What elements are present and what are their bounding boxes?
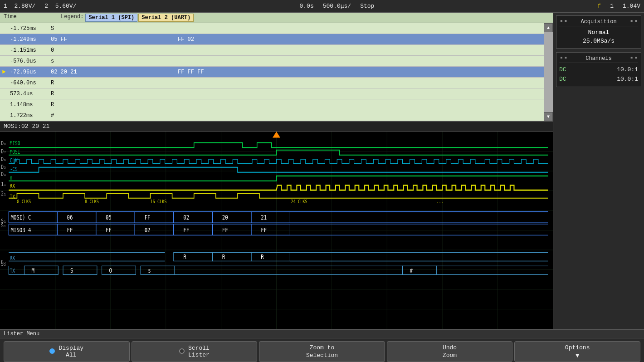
svg-text:O: O (109, 267, 112, 274)
ch-dots-left: ▪▪ (559, 55, 568, 62)
lister-row[interactable]: -1.151ms0 (0, 45, 544, 56)
lister-row[interactable]: 1.722ms# (0, 110, 544, 121)
svg-text:20: 20 (222, 214, 228, 221)
channels-section: ▪▪ Channels ▪▪ DC 10.0:1 DC 10.0:1 (556, 52, 641, 87)
ch2-ratio: 10.0:1 (617, 76, 638, 83)
row-spi-data: S (48, 25, 175, 32)
svg-text:#: # (410, 267, 413, 274)
row-spi-data: R (48, 102, 175, 108)
svg-text:n: n (10, 175, 12, 181)
row-spi-data: R (48, 80, 175, 86)
row-spi-data: R (48, 91, 175, 97)
row-time: 1.148ms (8, 102, 48, 108)
svg-text:R: R (222, 254, 225, 261)
ch1-coupling: DC (559, 66, 566, 73)
svg-text:24 CLKS: 24 CLKS (291, 199, 307, 204)
lister-row[interactable]: -640.0nsR (0, 78, 544, 88)
scroll-lister-line1: Scroll (188, 345, 210, 352)
legend-label: Legend: (61, 14, 83, 22)
display-all-radio (49, 348, 55, 354)
svg-text:MISO: MISO (10, 140, 20, 147)
svg-text:FF: FF (67, 226, 73, 234)
svg-text:S: S (70, 267, 73, 274)
row-time: 1.722ms (8, 113, 48, 119)
ch1-indicator: 1 2.80V/ (4, 3, 35, 10)
lister-row[interactable]: -1.725msS (0, 23, 544, 34)
bottom-buttons: Display All Scroll Lister Zoom to Select… (0, 338, 644, 362)
left-panel: Time Legend: Serial 1 (SPI) Serial 2 (UA… (0, 13, 553, 329)
lister-row[interactable]: 1.148msR (0, 99, 544, 110)
undo-zoom-button[interactable]: Undo Zoom (387, 341, 513, 362)
lister-menu-label: Lister Menu (0, 330, 644, 338)
channels-title: Channels (585, 55, 612, 62)
display-all-line2: All (66, 352, 76, 358)
acq-dots-left: ▪▪ (559, 19, 568, 25)
options-arrow: ▼ (576, 352, 579, 359)
svg-text:21: 21 (261, 214, 267, 221)
lister-header: Time Legend: Serial 1 (SPI) Serial 2 (UA… (0, 13, 553, 23)
svg-text:FF: FF (222, 226, 228, 234)
svg-text:R: R (261, 254, 264, 261)
zoom-to-selection-button[interactable]: Zoom to Selection (259, 341, 385, 362)
row-uart-data: FF 02 (175, 36, 544, 43)
row-time: -640.0ns (8, 80, 48, 86)
svg-text:RX: RX (10, 255, 15, 261)
svg-text:R: R (183, 254, 186, 261)
ch2-indicator: 2 5.60V/ (44, 3, 76, 10)
svg-text:D₇: D₇ (1, 148, 6, 154)
svg-text:s: s (148, 267, 151, 274)
options-button[interactable]: Options ▼ (514, 341, 640, 362)
options-label: Options (565, 344, 590, 351)
ch-dots-right: ▪▪ (629, 55, 638, 62)
bottom-bar: Lister Menu Display All Scroll Lister Zo… (0, 329, 644, 362)
run-status: Stop (360, 3, 374, 10)
lister-row[interactable]: -1.249ms05 FFFF 02 (0, 34, 544, 45)
undo-zoom-line2: Zoom (443, 352, 457, 359)
svg-text:02: 02 (183, 214, 189, 221)
display-all-button[interactable]: Display All (4, 341, 130, 362)
svg-text:8 CLKS: 8 CLKS (85, 199, 99, 204)
lister-row[interactable]: ►-72.96us02 20 21FF FF FF (0, 67, 544, 78)
row-arrow: ► (0, 68, 8, 75)
row-spi-data: 05 FF (48, 36, 175, 43)
lister-rows-wrapper: -1.725msS-1.249ms05 FFFF 02-1.151ms0-576… (0, 23, 553, 121)
svg-text:~CS: ~CS (10, 166, 17, 172)
svg-text:FF: FF (145, 214, 151, 221)
lister-row[interactable]: 573.4usR (0, 88, 544, 99)
row-spi-data: 0 (48, 47, 175, 54)
lister-scrollbar[interactable]: ▲ ▼ (544, 23, 553, 121)
time-col-header: Time (2, 14, 43, 22)
scroll-down-arrow[interactable]: ▼ (544, 112, 553, 121)
svg-text:S₁: S₁ (1, 218, 6, 224)
time-display: 0.0s (299, 3, 313, 10)
row-spi-data: 02 20 21 (48, 69, 175, 75)
lister-row[interactable]: -576.0uss (0, 56, 544, 67)
lister-rows: -1.725msS-1.249ms05 FFFF 02-1.151ms0-576… (0, 23, 544, 121)
row-time: -1.725ms (8, 25, 48, 32)
row-time: -72.96us (8, 69, 48, 75)
timebase-display: 500.0μs/ (323, 3, 351, 10)
right-panel: ▪▪ Acquisition ▪▪ Normal 25.0MSa/s ▪▪ Ch… (553, 13, 644, 329)
row-spi-data: s (48, 58, 175, 64)
ch1-ratio: 10.0:1 (617, 66, 638, 73)
scroll-lister-button[interactable]: Scroll Lister (132, 341, 258, 362)
trig-voltage: 1.04V (623, 3, 640, 10)
spi-header: Serial 1 (SPI) (85, 14, 137, 22)
uart-header: Serial 2 (UART) (138, 14, 194, 22)
svg-text:1₁: 1₁ (1, 181, 6, 187)
svg-text:05: 05 (106, 214, 112, 221)
acq-dots-right: ▪▪ (629, 19, 638, 25)
svg-text:16 CLKS: 16 CLKS (150, 199, 166, 204)
row-time: -576.0us (8, 58, 48, 64)
waveform-section: D₈ D₇ D₆ D₅ D₄ 1₁ 2₁ S₁ S₂ MISO MOSI CLK (0, 132, 553, 329)
svg-text:S₂: S₂ (1, 259, 6, 265)
channel1-row: DC 10.0:1 (559, 65, 638, 74)
lister-section: Time Legend: Serial 1 (SPI) Serial 2 (UA… (0, 13, 553, 121)
svg-text:MISO3  4: MISO3 4 (11, 226, 31, 234)
trig-icon: f (597, 3, 601, 10)
svg-text:...: ... (436, 199, 443, 204)
undo-zoom-line1: Undo (443, 344, 457, 351)
svg-text:D₄: D₄ (1, 171, 6, 177)
display-all-line1: Display (59, 345, 83, 352)
scroll-up-arrow[interactable]: ▲ (544, 23, 553, 32)
